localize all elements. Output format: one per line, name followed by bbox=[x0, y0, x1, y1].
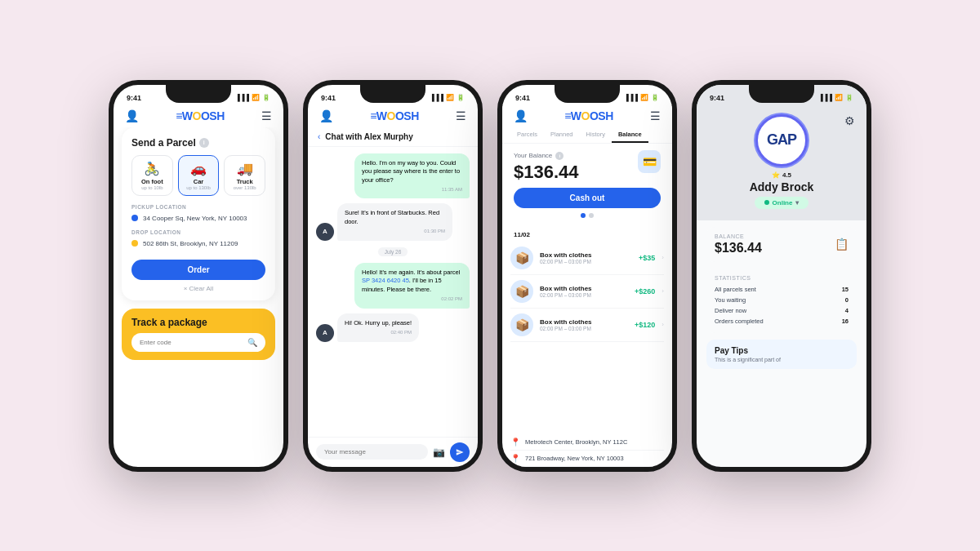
back-arrow[interactable]: ‹ bbox=[318, 132, 320, 141]
phone-profile: 9:41 ▐▐▐ 📶 🔋 ⚙ GAP ⭐ 4.5 Addy Brock bbox=[692, 80, 871, 472]
transaction-item-2: 📦 Box with clothes 02:00 PM – 03:00 PM +… bbox=[510, 275, 664, 309]
chevron-icon-1: › bbox=[662, 254, 664, 261]
chat-messages: Hello. I'm on my way to you. Could you p… bbox=[308, 147, 478, 437]
search-icon: 🔍 bbox=[247, 338, 257, 347]
stat-val-1: 15 bbox=[842, 286, 849, 293]
transport-car[interactable]: 🚗 Car up to 130lb bbox=[178, 155, 220, 196]
battery-icon-2: 🔋 bbox=[457, 94, 465, 101]
msg-text-3: Hello! It's me again. It's about parcel … bbox=[362, 269, 460, 293]
trans-info-3: Box with clothes 02:00 PM – 03:00 PM bbox=[540, 318, 628, 331]
msg-sent-3: Hello! It's me again. It's about parcel … bbox=[354, 263, 470, 309]
wifi-icon-2: 📶 bbox=[446, 94, 454, 101]
time-4: 9:41 bbox=[710, 94, 724, 102]
rating: ⭐ 4.5 bbox=[772, 171, 791, 179]
gear-button[interactable]: ⚙ bbox=[844, 114, 855, 127]
menu-icon-2[interactable]: ☰ bbox=[456, 109, 466, 122]
msg-row-2: A Sure! It's in front of Starbucks. Red … bbox=[316, 203, 470, 240]
chevron-icon-2: › bbox=[662, 287, 664, 295]
message-input[interactable] bbox=[316, 444, 428, 460]
stat-key-2: You waiting bbox=[715, 296, 746, 304]
tab-history[interactable]: History bbox=[580, 127, 612, 143]
camera-icon[interactable]: 📷 bbox=[433, 447, 445, 458]
pay-tips-desc: This is a significant part of bbox=[715, 357, 849, 362]
profile-name: Addy Brock bbox=[750, 180, 814, 193]
pay-tips-title: Pay Tips bbox=[715, 346, 849, 355]
p2-header: 👤 ≡WOOSH ☰ bbox=[308, 106, 478, 127]
stat-row-1: All parcels sent 15 bbox=[715, 284, 849, 295]
trans-info-2: Box with clothes 02:00 PM – 03:00 PM bbox=[540, 285, 628, 298]
transport-options: 🚴 On foot up to 10lb 🚗 Car up to 130lb 🚚… bbox=[131, 155, 265, 196]
trans-time-2: 02:00 PM – 03:00 PM bbox=[540, 292, 628, 298]
stat-row-2: You waiting 0 bbox=[715, 295, 849, 305]
signal-icon-4: ▐▐▐ bbox=[818, 94, 832, 101]
avatar-4: A bbox=[316, 324, 334, 342]
msg-received-4: Hi! Ok. Hurry up, please! 02:40 PM bbox=[337, 313, 419, 342]
whoosh-logo-1: ≡WOOSH bbox=[176, 109, 225, 122]
trans-amount-1: +$35 bbox=[639, 254, 655, 262]
user-icon-1: 👤 bbox=[125, 109, 139, 122]
car-icon: 🚗 bbox=[182, 161, 216, 176]
car-sublabel: up to 130lb bbox=[182, 185, 216, 190]
cashout-button[interactable]: Cash out bbox=[514, 188, 661, 208]
pickup-dot bbox=[131, 215, 138, 221]
status-icons-4: ▐▐▐ 📶 🔋 bbox=[818, 94, 853, 101]
transport-on-foot[interactable]: 🚴 On foot up to 10lb bbox=[131, 155, 173, 196]
trans-time-3: 02:00 PM – 03:00 PM bbox=[540, 326, 628, 331]
parcel-link: SP 3424 6420 45 bbox=[362, 277, 409, 284]
tab-planned[interactable]: Planned bbox=[544, 127, 580, 143]
msg-received-2: Sure! It's in front of Starbucks. Red do… bbox=[337, 203, 452, 240]
msg-time-4: 02:40 PM bbox=[345, 329, 412, 335]
transport-truck[interactable]: 🚚 Truck over 130lb bbox=[224, 155, 265, 196]
info-icon[interactable]: i bbox=[199, 138, 209, 148]
tab-balance[interactable]: Balance bbox=[612, 127, 648, 143]
pay-tips-card: Pay Tips This is a significant part of bbox=[706, 340, 857, 369]
clear-all-btn[interactable]: × Clear All bbox=[131, 285, 265, 292]
balance-card-label: Balance bbox=[715, 233, 849, 239]
trans-time-1: 02:00 PM – 03:00 PM bbox=[540, 259, 632, 264]
status-icons-2: ▐▐▐ 📶 🔋 bbox=[430, 94, 465, 101]
location-items: 📍 Metrotech Center, Brooklyn, NY 112C 📍 … bbox=[502, 434, 672, 467]
star-icon: ⭐ bbox=[772, 171, 780, 179]
stat-val-4: 16 bbox=[842, 318, 849, 325]
stat-key-1: All parcels sent bbox=[715, 286, 756, 293]
menu-icon-1[interactable]: ☰ bbox=[261, 109, 272, 122]
wifi-icon-3: 📶 bbox=[640, 94, 648, 101]
track-code-input[interactable] bbox=[140, 339, 234, 346]
loc-item-2: 📍 721 Broadway, New York, NY 10003 bbox=[510, 451, 664, 467]
msg-time-3: 02:02 PM bbox=[362, 295, 462, 302]
wifi-icon-4: 📶 bbox=[835, 94, 843, 101]
whoosh-logo-3: ≡WOOSH bbox=[564, 109, 613, 122]
chat-title: Chat with Alex Murphy bbox=[325, 132, 412, 141]
pickup-address: 34 Cooper Sq, New York, NY 10003 bbox=[143, 215, 247, 222]
transaction-item-3: 📦 Box with clothes 02:00 PM – 03:00 PM +… bbox=[510, 309, 664, 342]
p1-header: 👤 ≡WOOSH ☰ bbox=[114, 106, 283, 127]
menu-icon-3[interactable]: ☰ bbox=[650, 109, 661, 122]
balance-section: Your Balance i $136.44 💳 Cash out bbox=[502, 144, 672, 228]
trans-icon-3: 📦 bbox=[510, 313, 533, 336]
order-button[interactable]: Order bbox=[131, 260, 265, 280]
phone-send-parcel: 9:41 ▐▐▐ 📶 🔋 👤 ≡WOOSH ☰ Send a Parcel i bbox=[109, 80, 288, 472]
trans-info-1: Box with clothes 02:00 PM – 03:00 PM bbox=[540, 251, 632, 264]
trans-icon-1: 📦 bbox=[510, 247, 533, 269]
msg-sent-1: Hello. I'm on my way to you. Could you p… bbox=[354, 153, 470, 199]
avatar-circle: GAP bbox=[755, 114, 808, 167]
pin-icon-2: 📍 bbox=[510, 454, 520, 463]
stats-card: Statistics All parcels sent 15 You waiti… bbox=[706, 269, 857, 333]
online-badge[interactable]: Online ▾ bbox=[755, 197, 809, 209]
pickup-row: 34 Cooper Sq, New York, NY 10003 bbox=[131, 211, 265, 226]
phone-notch-2 bbox=[360, 85, 425, 103]
p3-header: 👤 ≡WOOSH ☰ bbox=[502, 106, 672, 127]
loc-text-2: 721 Broadway, New York, NY 10003 bbox=[525, 455, 624, 462]
drop-row: 502 86th St, Brooklyn, NY 11209 bbox=[131, 236, 265, 251]
balance-card: Balance $136.44 📋 bbox=[706, 227, 857, 262]
tab-parcels[interactable]: Parcels bbox=[510, 127, 544, 143]
send-button[interactable] bbox=[450, 442, 470, 462]
phone-notch-4 bbox=[749, 85, 814, 103]
truck-label: Truck bbox=[228, 178, 261, 185]
p4-body: Balance $136.44 📋 Statistics All parcels… bbox=[697, 220, 866, 467]
copy-icon[interactable]: 📋 bbox=[835, 238, 849, 251]
phones-container: 9:41 ▐▐▐ 📶 🔋 👤 ≡WOOSH ☰ Send a Parcel i bbox=[92, 64, 888, 488]
stat-row-3: Deliver now 4 bbox=[715, 305, 849, 316]
chat-header: ‹ Chat with Alex Murphy bbox=[308, 127, 478, 147]
msg-text-1: Hello. I'm on my way to you. Could you p… bbox=[362, 159, 460, 184]
